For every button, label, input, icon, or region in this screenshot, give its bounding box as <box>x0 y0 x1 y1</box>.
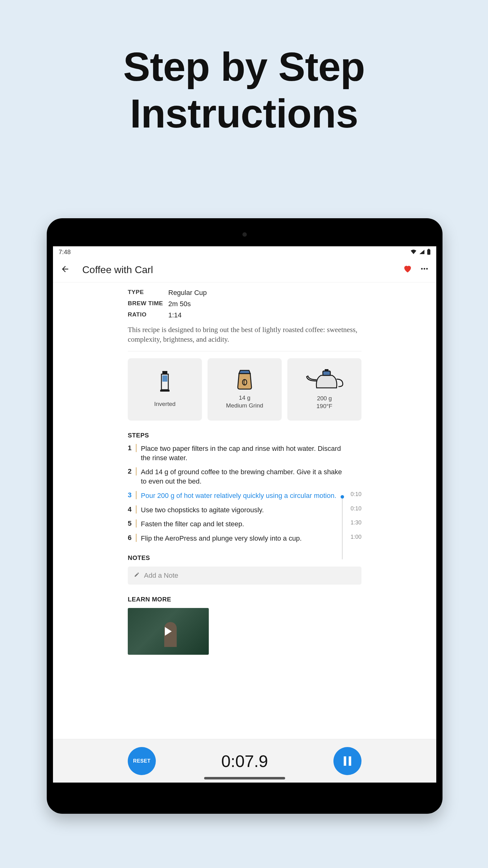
step-time: 1:00 <box>346 534 361 540</box>
steps-list: 1Place two paper filters in the cap and … <box>128 444 361 543</box>
step-text: Place two paper filters in the cap and r… <box>141 444 361 462</box>
reset-button[interactable]: RESET <box>128 747 156 775</box>
step-number: 3 <box>128 491 136 499</box>
pencil-icon <box>134 572 140 579</box>
card-coffee[interactable]: 14 g Medium Grind <box>207 358 282 421</box>
step-row[interactable]: 5Fasten the filter cap and let steep.1:3… <box>128 520 361 529</box>
promo-title: Step by Step Instructions <box>0 0 488 137</box>
svg-rect-7 <box>162 375 167 382</box>
svg-point-4 <box>426 268 428 269</box>
coffee-bag-icon <box>236 369 253 390</box>
step-text: Fasten the filter cap and let steep. <box>141 520 361 529</box>
video-thumbnail[interactable] <box>128 608 209 655</box>
step-row[interactable]: 2Add 14 g of ground coffee to the brewin… <box>128 467 361 486</box>
back-button[interactable] <box>61 264 70 277</box>
aeropress-icon <box>157 371 173 396</box>
step-row[interactable]: 6Flip the AeroPress and plunge very slow… <box>128 534 361 543</box>
app-bar: Coffee with Carl <box>53 257 436 282</box>
pause-icon <box>344 756 351 766</box>
signal-icon <box>419 249 425 255</box>
svg-rect-8 <box>160 390 169 392</box>
content: TYPE Regular Cup BREW TIME 2m 50s RATIO … <box>53 282 436 739</box>
step-number: 6 <box>128 534 136 542</box>
nav-handle[interactable] <box>204 777 285 779</box>
promo-line2: Instructions <box>0 90 488 137</box>
card-method-text: Inverted <box>154 400 176 408</box>
svg-rect-11 <box>325 369 328 371</box>
step-number: 1 <box>128 444 136 452</box>
timer-bar: RESET 0:07.9 <box>53 739 436 782</box>
meta-brew-value: 2m 50s <box>168 300 191 308</box>
meta-brew: BREW TIME 2m 50s <box>128 300 361 308</box>
page-title: Coffee with Carl <box>82 264 402 276</box>
note-placeholder: Add a Note <box>144 571 178 580</box>
promo-line1: Step by Step <box>0 44 488 90</box>
step-text: Add 14 g of ground coffee to the brewing… <box>141 467 361 486</box>
step-row[interactable]: 4Use two chopsticks to agitate vigorousl… <box>128 505 361 515</box>
step-text: Use two chopsticks to agitate vigorously… <box>141 505 361 515</box>
learn-label: LEARN MORE <box>128 596 361 603</box>
meta-ratio-label: RATIO <box>128 311 168 319</box>
play-icon <box>165 627 172 636</box>
meta-brew-label: BREW TIME <box>128 300 168 308</box>
step-row[interactable]: 1Place two paper filters in the cap and … <box>128 444 361 462</box>
step-number: 2 <box>128 467 136 475</box>
card-method[interactable]: Inverted <box>128 358 202 421</box>
card-water-text: 200 g 190°F <box>317 395 332 410</box>
steps-label: STEPS <box>128 432 361 439</box>
meta-ratio: RATIO 1:14 <box>128 311 361 319</box>
more-button[interactable] <box>420 265 429 275</box>
svg-point-3 <box>423 268 425 269</box>
add-note-input[interactable]: Add a Note <box>128 566 361 585</box>
svg-rect-1 <box>428 249 429 250</box>
step-row[interactable]: 3Pour 200 g of hot water relatively quic… <box>128 491 361 500</box>
step-text: Pour 200 g of hot water relatively quick… <box>141 491 361 500</box>
svg-rect-0 <box>427 249 430 255</box>
meta-type-label: TYPE <box>128 289 168 297</box>
meta-type: TYPE Regular Cup <box>128 289 361 297</box>
info-cards: Inverted 14 g Medium Grind <box>128 358 361 421</box>
meta-type-value: Regular Cup <box>168 289 207 297</box>
tablet-frame: 7:48 Coffee with Carl TYPE Regular Cup <box>47 218 443 814</box>
step-time: 0:10 <box>346 505 361 512</box>
card-water[interactable]: 200 g 190°F <box>287 358 361 421</box>
favorite-button[interactable] <box>402 264 413 277</box>
step-number: 5 <box>128 520 136 528</box>
step-time: 0:10 <box>346 491 361 498</box>
screen: 7:48 Coffee with Carl TYPE Regular Cup <box>53 246 436 782</box>
recipe-description: This recipe is designed to bring out the… <box>128 325 361 344</box>
status-bar: 7:48 <box>53 246 436 257</box>
step-number: 4 <box>128 505 136 514</box>
notes-label: NOTES <box>128 554 361 561</box>
step-time: 1:30 <box>346 520 361 526</box>
svg-rect-10 <box>323 371 330 375</box>
status-time: 7:48 <box>59 248 71 256</box>
battery-icon <box>427 249 431 255</box>
svg-point-2 <box>421 268 423 269</box>
wifi-icon <box>410 249 417 255</box>
status-icons <box>410 249 431 255</box>
meta-ratio-value: 1:14 <box>168 311 182 319</box>
step-text: Flip the AeroPress and plunge very slowl… <box>141 534 361 543</box>
card-coffee-text: 14 g Medium Grind <box>226 394 263 409</box>
pause-button[interactable] <box>333 747 361 775</box>
kettle-icon <box>304 369 345 390</box>
timer-value: 0:07.9 <box>221 751 268 771</box>
divider <box>128 351 361 351</box>
